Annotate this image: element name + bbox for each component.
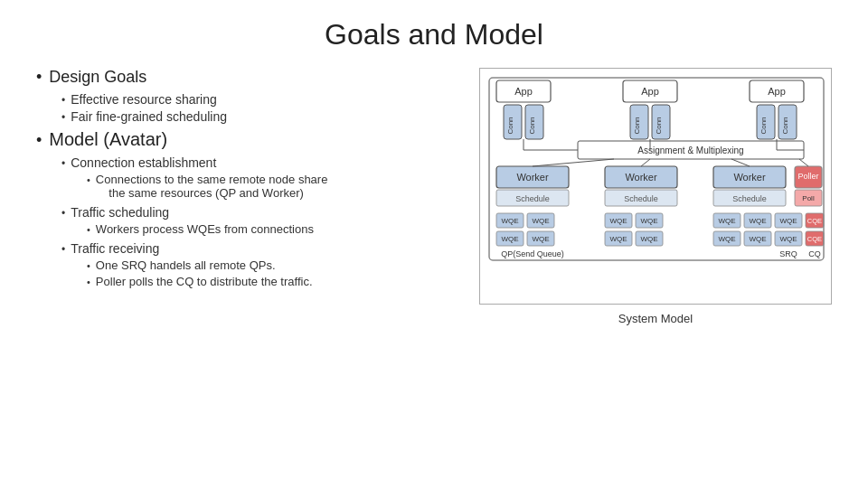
svg-text:Poller: Poller [797, 172, 818, 181]
svg-text:WQE: WQE [532, 235, 549, 243]
svg-text:CQE: CQE [807, 235, 822, 243]
system-model-label: System Model [479, 312, 832, 325]
traffic-receiving: • Traffic receiving [61, 241, 452, 256]
svg-text:WQE: WQE [501, 235, 518, 243]
connection-establishment: • Connection establishment [61, 155, 452, 170]
traffic-receiving-detail-2: • Poller polls the CQ to distribute the … [87, 275, 452, 288]
diagram-svg: App App App Conn Conn Conn Conn [487, 76, 826, 293]
model-avatar-heading: • Model (Avatar) [36, 129, 452, 150]
system-model-diagram: App App App Conn Conn Conn Conn [479, 68, 832, 305]
traffic-scheduling: • Traffic scheduling [61, 205, 452, 220]
effective-resource-sharing: • Effective resource sharing [61, 92, 452, 107]
svg-text:Conn: Conn [506, 117, 514, 134]
svg-text:WQE: WQE [532, 217, 549, 225]
svg-text:WQE: WQE [779, 235, 797, 243]
svg-text:App: App [768, 86, 786, 97]
svg-text:Worker: Worker [625, 172, 657, 183]
svg-text:WQE: WQE [749, 235, 766, 243]
svg-line-80 [799, 159, 808, 166]
svg-text:Conn: Conn [633, 117, 641, 134]
svg-text:WQE: WQE [718, 217, 735, 225]
svg-text:Schedule: Schedule [624, 194, 658, 203]
svg-text:WQE: WQE [609, 235, 627, 243]
svg-text:WQE: WQE [718, 235, 735, 243]
svg-text:Conn: Conn [655, 117, 663, 134]
svg-text:Worker: Worker [733, 172, 766, 183]
page-title: Goals and Model [0, 0, 868, 52]
svg-text:WQE: WQE [640, 235, 657, 243]
design-goals-heading: • Design Goals [36, 68, 452, 87]
left-column: • Design Goals • Effective resource shar… [36, 68, 452, 289]
svg-line-79 [731, 159, 750, 166]
svg-text:WQE: WQE [640, 217, 657, 225]
svg-line-78 [641, 159, 650, 166]
right-column: App App App Conn Conn Conn Conn [479, 68, 832, 325]
svg-text:Worker: Worker [516, 172, 549, 183]
traffic-scheduling-detail: • Workers process WQEs from connections [87, 222, 452, 236]
svg-text:Conn: Conn [528, 117, 536, 134]
svg-text:WQE: WQE [609, 217, 627, 225]
svg-line-77 [533, 159, 614, 166]
fair-fine-grained-scheduling: • Fair fine-grained scheduling [61, 109, 452, 124]
connection-establishment-detail: • Connections to the same remote node sh… [87, 173, 452, 200]
svg-text:Conn: Conn [760, 117, 768, 134]
svg-text:CQE: CQE [807, 217, 822, 225]
svg-text:QP(Send Queue): QP(Send Queue) [501, 249, 564, 258]
traffic-receiving-detail-1: • One SRQ handels all remote QPs. [87, 258, 452, 272]
svg-text:App: App [514, 86, 533, 97]
svg-text:App: App [641, 86, 659, 97]
svg-text:SRQ: SRQ [779, 249, 797, 258]
svg-text:WQE: WQE [779, 217, 797, 225]
svg-text:Schedule: Schedule [732, 194, 767, 203]
svg-text:Conn: Conn [781, 117, 789, 134]
svg-text:Schedule: Schedule [515, 194, 550, 203]
svg-text:WQE: WQE [501, 217, 518, 225]
svg-text:CQ: CQ [808, 249, 821, 258]
svg-text:WQE: WQE [749, 217, 766, 225]
svg-text:Poll: Poll [802, 194, 815, 202]
svg-text:Assignment & Multiplexing: Assignment & Multiplexing [637, 145, 743, 155]
